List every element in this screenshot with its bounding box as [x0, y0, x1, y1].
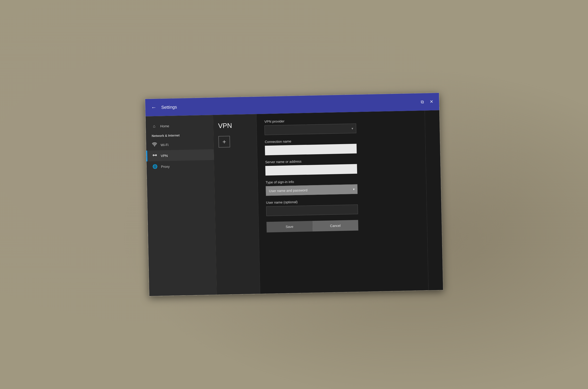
sidebar-item-proxy-label: Proxy [161, 164, 170, 168]
vpn-icon [152, 153, 157, 158]
back-button[interactable]: ← [151, 105, 156, 110]
vpn-list-panel: VPN + [213, 114, 260, 295]
vpn-form-panel: VPN provider Windows (built-in) ▾ Connec… [256, 111, 428, 294]
provider-group: VPN provider Windows (built-in) ▾ [264, 116, 417, 135]
sidebar-item-proxy[interactable]: 🌐 Proxy [146, 160, 214, 172]
cancel-button[interactable]: Cancel [312, 220, 358, 231]
globe-icon: 🌐 [152, 164, 158, 169]
wifi-icon [152, 142, 157, 148]
provider-select[interactable]: Windows (built-in) [264, 124, 356, 135]
username-input[interactable] [266, 204, 358, 216]
username-label: User name (optional) [266, 197, 419, 204]
restore-button[interactable]: ⧉ [421, 100, 424, 104]
window-title: Settings [161, 99, 421, 110]
provider-label: VPN provider [264, 116, 417, 123]
add-vpn-button[interactable]: + [218, 136, 230, 148]
server-name-group: Server name or address [265, 157, 418, 175]
sidebar-item-vpn-label: VPN [161, 154, 168, 158]
home-icon: ⌂ [151, 124, 157, 129]
sign-in-type-wrapper: User name and password Smart card One-ti… [266, 184, 358, 196]
form-actions: Save Cancel [266, 220, 358, 232]
sidebar-item-home-label: Home [160, 124, 169, 128]
provider-select-wrapper: Windows (built-in) ▾ [264, 124, 356, 135]
connection-name-label: Connection name [265, 137, 417, 144]
sidebar-item-wifi[interactable]: Wi-Fi [146, 138, 214, 151]
vpn-list-title: VPN [213, 119, 257, 132]
save-button[interactable]: Save [266, 221, 312, 232]
sign-in-type-label: Type of sign-in info [265, 177, 418, 184]
sign-in-type-group: Type of sign-in info User name and passw… [265, 177, 418, 196]
username-group: User name (optional) [266, 197, 419, 216]
sidebar-item-wifi-label: Wi-Fi [160, 143, 168, 147]
server-name-input[interactable] [265, 164, 357, 176]
sidebar-item-home[interactable]: ⌂ Home [146, 120, 213, 132]
sidebar-item-vpn[interactable]: VPN [146, 149, 214, 162]
connection-name-group: Connection name [265, 137, 418, 155]
sign-in-type-select[interactable]: User name and password Smart card One-ti… [266, 184, 358, 196]
svg-point-3 [156, 155, 156, 156]
sidebar: ⌂ Home Network & Internet Wi-Fi [146, 115, 217, 296]
connection-name-input[interactable] [265, 144, 357, 156]
window-body: ⌂ Home Network & Internet Wi-Fi [146, 110, 443, 296]
main-area: VPN + VPN provider Windows (built-in) ▾ [213, 110, 443, 294]
titlebar-controls: ⧉ ✕ [421, 99, 433, 104]
settings-window: ← Settings ⧉ ✕ ⌂ Home Network & Internet… [145, 93, 443, 296]
close-button[interactable]: ✕ [430, 99, 433, 104]
svg-point-2 [153, 155, 154, 156]
server-name-label: Server name or address [265, 157, 418, 164]
